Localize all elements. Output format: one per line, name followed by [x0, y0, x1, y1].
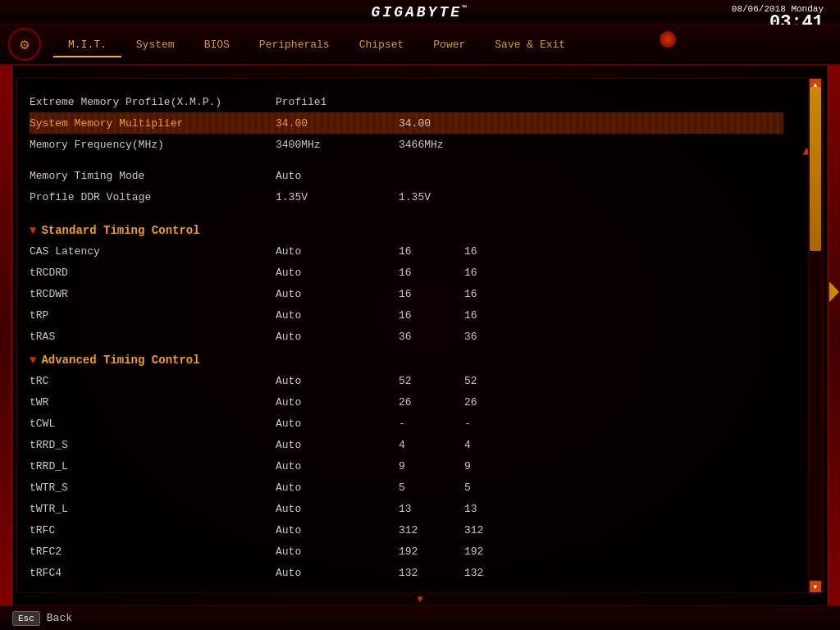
row-label-mfreq: Memory Frequency(MHz) [30, 139, 276, 151]
row-val2-smm: 34.00 [399, 117, 464, 130]
row-val1-tcwl: Auto [276, 418, 399, 430]
row-val1-trfc2: Auto [276, 546, 399, 558]
row-val1-smm: 34.00 [276, 117, 399, 130]
row-label-trrd-s: tRRD_S [30, 439, 276, 451]
row-val2-cas: 16 [399, 245, 464, 258]
row-val2-trc: 52 [399, 375, 464, 387]
table-row[interactable]: tRC Auto 52 52 [30, 370, 783, 391]
row-label-pddrv: Profile DDR Voltage [30, 191, 276, 203]
table-row[interactable]: tWR Auto 26 26 [30, 391, 783, 413]
row-val2-trcdwr: 16 [399, 288, 464, 300]
row-val3-trfc2: 192 [464, 546, 530, 558]
section-header-advanced-timing: ▼ Advanced Timing Control [30, 347, 783, 370]
row-val1-trp: Auto [276, 309, 399, 322]
table-row[interactable]: tWTR_L Auto 13 13 [30, 498, 783, 519]
row-val3-trcdrd: 16 [464, 267, 530, 279]
row-label-trcdrd: tRCDRD [30, 267, 276, 279]
row-val2-trp: 16 [399, 309, 464, 322]
row-label-trfc4: tRFC4 [30, 567, 276, 579]
row-label-twtr-l: tWTR_L [30, 503, 276, 515]
section-header-standard-timing: ▼ Standard Timing Control [30, 217, 783, 240]
row-val3-twr: 26 [464, 396, 530, 409]
header-bar: GIGABYTE™ 08/06/2018 Monday 03:41 [0, 0, 840, 25]
row-val3-trrd-s: 4 [464, 439, 530, 451]
row-val1-trrd-s: Auto [276, 439, 399, 451]
row-label-trp: tRP [30, 309, 276, 322]
left-decoration [0, 66, 12, 605]
table-row: Memory Frequency(MHz) 3400MHz 3466MHz [30, 134, 783, 155]
triangle-icon: ▼ [30, 224, 36, 237]
row-label-tcwl: tCWL [30, 418, 276, 430]
table-row[interactable]: System Memory Multiplier 34.00 34.00 [30, 112, 783, 134]
row-val1-xmp: Profile1 [276, 96, 399, 108]
row-val1-twtr-l: Auto [276, 503, 399, 515]
row-label-xmp: Extreme Memory Profile(X.M.P.) [30, 96, 276, 108]
row-label-twr: tWR [30, 396, 276, 409]
row-label-trrd-l: tRRD_L [30, 460, 276, 472]
corner-decoration [660, 31, 676, 48]
table-row[interactable]: tCWL Auto - - [30, 413, 783, 434]
section-label-advanced: Advanced Timing Control [41, 354, 199, 367]
nav-item-power[interactable]: Power [418, 32, 480, 57]
table-row[interactable]: tRP Auto 16 16 [30, 304, 783, 326]
right-decoration [828, 66, 840, 605]
row-val1-cas: Auto [276, 245, 399, 258]
row-label-smm: System Memory Multiplier [30, 117, 276, 130]
table-row[interactable]: tRCDWR Auto 16 16 [30, 283, 783, 304]
main-content-panel: ▲ Extreme Memory Profile(X.M.P.) Profile… [16, 78, 824, 593]
nav-item-peripherals[interactable]: Peripherals [244, 32, 345, 57]
row-val3-twtr-s: 5 [464, 482, 530, 494]
row-val2-trfc: 312 [399, 524, 464, 536]
row-label-trcdwr: tRCDWR [30, 288, 276, 300]
nav-item-chipset[interactable]: Chipset [345, 32, 419, 57]
section-label-standard: Standard Timing Control [41, 224, 199, 237]
nav-items: M.I.T. System BIOS Peripherals Chipset P… [53, 32, 840, 57]
table-row[interactable]: tRRD_S Auto 4 4 [30, 434, 783, 455]
row-val1-twr: Auto [276, 396, 399, 409]
row-label-mtm: Memory Timing Mode [30, 170, 276, 182]
table-row[interactable]: CAS Latency Auto 16 16 [30, 240, 783, 262]
row-val2-twtr-s: 5 [399, 482, 464, 494]
table-row: Extreme Memory Profile(X.M.P.) Profile1 [30, 91, 783, 112]
scrollbar-arrow-down[interactable]: ▼ [810, 581, 821, 592]
triangle-icon: ▼ [30, 354, 36, 367]
row-val1-trc: Auto [276, 375, 399, 387]
table-row[interactable]: tRFC Auto 312 312 [30, 519, 783, 541]
nav-logo-icon: ⚙ [8, 28, 41, 61]
row-val2-pddrv: 1.35V [399, 191, 464, 203]
bottom-bar: Esc Back [0, 605, 840, 630]
row-label-trfc2: tRFC2 [30, 546, 276, 558]
row-val2-twtr-l: 13 [399, 503, 464, 515]
row-val1-trrd-l: Auto [276, 460, 399, 472]
table-row[interactable]: tRFC4 Auto 132 132 [30, 562, 783, 583]
row-val3-cas: 16 [464, 245, 530, 258]
table-row[interactable]: tRAS Auto 36 36 [30, 326, 783, 347]
row-label-trc: tRC [30, 375, 276, 387]
row-val3-tras: 36 [464, 331, 530, 343]
esc-key-label: Esc [12, 611, 40, 626]
row-val2-tcwl: - [399, 418, 464, 430]
table-row[interactable]: tRRD_L Auto 9 9 [30, 455, 783, 477]
nav-item-bios[interactable]: BIOS [189, 32, 244, 57]
row-val2-trrd-s: 4 [399, 439, 464, 451]
row-label-twtr-s: tWTR_S [30, 482, 276, 494]
row-val1-trcdrd: Auto [276, 267, 399, 279]
row-val2-trfc4: 132 [399, 567, 464, 579]
row-label-trfc: tRFC [30, 524, 276, 536]
row-val3-trp: 16 [464, 309, 530, 322]
row-val3-twtr-l: 13 [464, 503, 530, 515]
brand-logo: GIGABYTE™ [372, 4, 469, 21]
row-val3-trc: 52 [464, 375, 530, 387]
row-val2-twr: 26 [399, 396, 464, 409]
scrollbar-track[interactable]: ▲ ▼ [808, 79, 823, 592]
nav-item-save-exit[interactable]: Save & Exit [480, 32, 580, 57]
nav-item-mit[interactable]: M.I.T. [53, 32, 121, 57]
row-val1-mtm: Auto [276, 170, 399, 182]
back-button-label[interactable]: Back [47, 612, 72, 624]
table-row[interactable]: tRCDRD Auto 16 16 [30, 262, 783, 283]
table-row[interactable]: tRFC2 Auto 192 192 [30, 541, 783, 562]
scrollbar-thumb[interactable] [810, 87, 821, 251]
table-row[interactable]: tWTR_S Auto 5 5 [30, 477, 783, 498]
nav-item-system[interactable]: System [121, 32, 189, 57]
row-val2-trfc2: 192 [399, 546, 464, 558]
